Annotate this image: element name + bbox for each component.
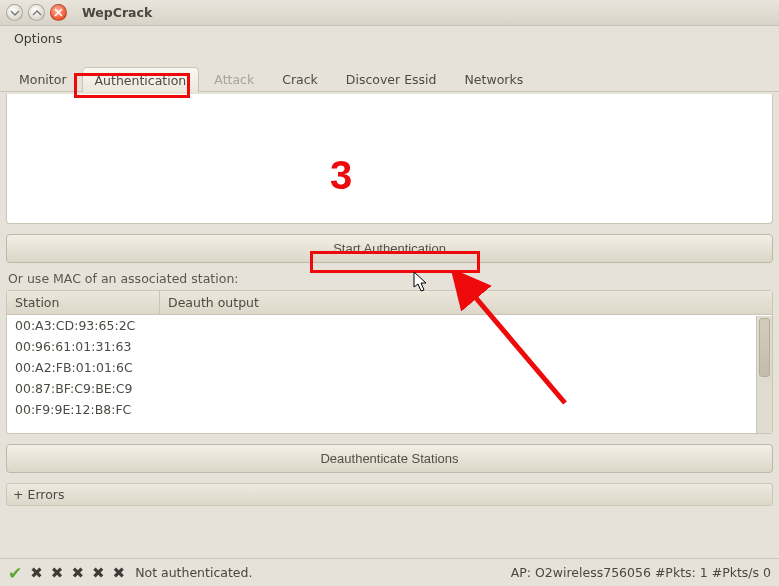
station-cell: 00:A2:FB:01:01:6C — [7, 357, 160, 378]
chevron-up-icon — [32, 8, 42, 18]
station-cell: 00:A3:CD:93:65:2C — [7, 315, 160, 336]
scrollbar-thumb[interactable] — [759, 318, 770, 377]
x-icon: ✖ — [51, 564, 64, 582]
assoc-station-hint: Or use MAC of an associated station: — [8, 271, 773, 286]
plus-icon: + — [13, 487, 23, 502]
tab-strip: Monitor Authentication Attack Crack Disc… — [0, 62, 779, 92]
tab-crack[interactable]: Crack — [269, 66, 331, 91]
table-row[interactable]: 00:96:61:01:31:63 — [7, 336, 772, 357]
table-body: 00:A3:CD:93:65:2C 00:96:61:01:31:63 00:A… — [7, 315, 772, 433]
table-scrollbar[interactable] — [756, 316, 772, 433]
tab-authentication[interactable]: Authentication — [82, 67, 200, 92]
close-icon — [54, 8, 63, 17]
x-icon: ✖ — [92, 564, 105, 582]
check-icon: ✔ — [8, 563, 22, 583]
col-deauth-header[interactable]: Deauth output — [160, 291, 772, 314]
errors-expander[interactable]: + Errors — [6, 483, 773, 506]
deauth-cell — [160, 336, 772, 357]
menu-bar: Options — [0, 26, 779, 50]
tab-attack: Attack — [201, 66, 267, 91]
start-authentication-button[interactable]: Start Authentication — [6, 234, 773, 263]
station-cell: 00:87:BF:C9:BE:C9 — [7, 378, 160, 399]
station-cell: 00:F9:9E:12:B8:FC — [7, 399, 160, 420]
deauth-cell — [160, 357, 772, 378]
x-icon: ✖ — [30, 564, 43, 582]
window-titlebar: WepCrack — [0, 0, 779, 26]
table-row[interactable]: 00:87:BF:C9:BE:C9 — [7, 378, 772, 399]
minimize-button[interactable] — [6, 4, 23, 21]
maximize-button[interactable] — [28, 4, 45, 21]
menu-options[interactable]: Options — [8, 29, 68, 48]
status-icons: ✔ ✖ ✖ ✖ ✖ ✖ — [8, 563, 125, 583]
status-ap-info: AP: O2wireless756056 #Pkts: 1 #Pkts/s 0 — [511, 565, 771, 580]
tab-monitor[interactable]: Monitor — [6, 66, 80, 91]
table-row[interactable]: 00:A2:FB:01:01:6C — [7, 357, 772, 378]
tab-panel-authentication: Start Authentication Or use MAC of an as… — [0, 92, 779, 506]
chevron-down-icon — [10, 8, 20, 18]
station-cell: 00:96:61:01:31:63 — [7, 336, 160, 357]
x-icon: ✖ — [71, 564, 84, 582]
status-auth-text: Not authenticated. — [135, 565, 252, 580]
table-row[interactable]: 00:F9:9E:12:B8:FC — [7, 399, 772, 420]
tab-networks[interactable]: Networks — [452, 66, 537, 91]
x-icon: ✖ — [113, 564, 126, 582]
errors-label: Errors — [27, 487, 64, 502]
deauth-cell — [160, 378, 772, 399]
col-station-header[interactable]: Station — [7, 291, 160, 314]
table-row[interactable]: 00:A3:CD:93:65:2C — [7, 315, 772, 336]
deauth-cell — [160, 399, 772, 420]
deauth-cell — [160, 315, 772, 336]
close-button[interactable] — [50, 4, 67, 21]
tab-discover-essid[interactable]: Discover Essid — [333, 66, 450, 91]
window-title: WepCrack — [82, 5, 152, 20]
auth-output-text[interactable] — [6, 94, 773, 224]
status-bar: ✔ ✖ ✖ ✖ ✖ ✖ Not authenticated. AP: O2wir… — [0, 558, 779, 586]
station-table: Station Deauth output 00:A3:CD:93:65:2C … — [6, 290, 773, 434]
deauthenticate-stations-button[interactable]: Deauthenticate Stations — [6, 444, 773, 473]
table-header: Station Deauth output — [7, 291, 772, 315]
